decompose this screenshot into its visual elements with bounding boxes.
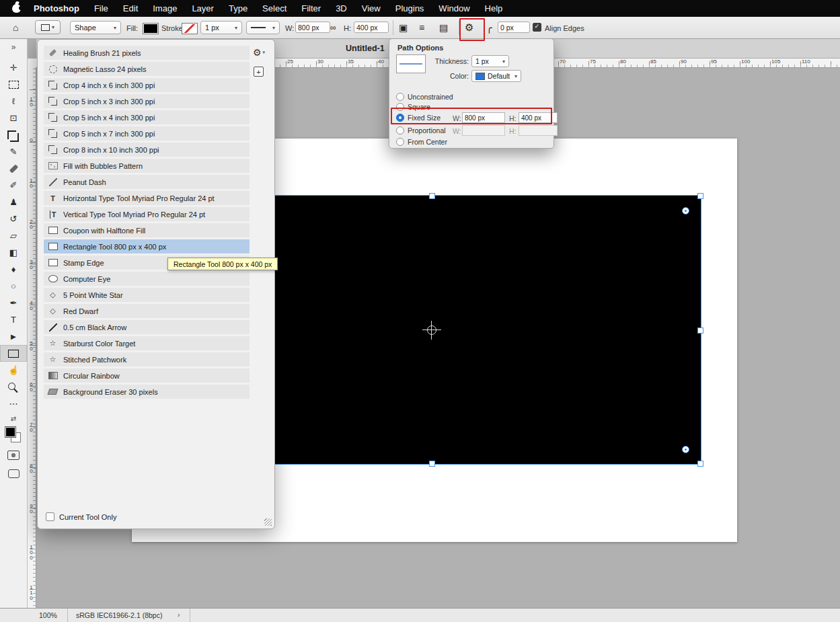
menu-item-type[interactable]: Type — [221, 3, 255, 13]
align-edges-checkbox[interactable] — [533, 23, 541, 32]
move-tool[interactable]: ✛ — [0, 59, 27, 76]
apple-icon[interactable] — [12, 4, 21, 13]
menu-item-image[interactable]: Image — [145, 3, 184, 13]
corner-radius-input[interactable] — [498, 22, 530, 33]
screen-mode[interactable] — [0, 465, 27, 482]
gradient-tool[interactable]: ◧ — [0, 244, 27, 261]
edit-toolbar[interactable]: ⋯ — [0, 395, 27, 412]
preset-row[interactable]: Crop 5 inch x 3 inch 300 ppi — [44, 94, 250, 108]
object-selection-tool[interactable]: ⊡ — [0, 110, 27, 126]
selection-handle[interactable] — [697, 327, 703, 334]
vruler[interactable]: 100102030405060708090100110 — [27, 67, 36, 608]
blur-tool[interactable]: ♦ — [0, 261, 27, 278]
corner-radius-widget[interactable] — [682, 446, 689, 453]
menu-item-help[interactable]: Help — [478, 3, 510, 13]
tool-mode-select[interactable]: Shape — [70, 21, 121, 34]
preset-row[interactable]: Crop 8 inch x 10 inch 300 ppi — [44, 143, 250, 157]
thickness-select[interactable]: 1 px — [471, 55, 509, 67]
dodge-tool[interactable]: ○ — [0, 278, 27, 295]
preset-row[interactable]: 0.5 cm Black Arrow — [44, 320, 250, 334]
eraser-tool[interactable]: ▱ — [0, 227, 27, 244]
lasso-tool[interactable]: ℓ — [0, 93, 27, 110]
radio-proportional[interactable]: Proportional W: H: — [396, 126, 549, 136]
preset-row[interactable]: 5 Point White Star — [44, 288, 250, 302]
stroke-width-select[interactable]: 1 px — [200, 21, 242, 34]
path-alignment-icon[interactable]: ≡ — [419, 22, 424, 34]
current-tool-only-checkbox[interactable] — [46, 512, 54, 521]
path-selection-tool[interactable]: ► — [0, 328, 27, 345]
height-input[interactable] — [354, 22, 389, 33]
menu-item-select[interactable]: Select — [255, 3, 294, 13]
menu-item-3d[interactable]: 3D — [328, 3, 354, 13]
rectangle-tool[interactable] — [0, 345, 27, 362]
preset-row[interactable]: Coupon with Halftone Fill — [44, 223, 250, 237]
fixed-height-input[interactable] — [519, 112, 558, 123]
document-tab[interactable]: Untitled-1 — [346, 44, 385, 53]
selection-handle[interactable] — [697, 461, 703, 467]
preset-row[interactable]: Stitched Patchwork — [44, 352, 250, 366]
color-swatches[interactable] — [0, 424, 27, 446]
history-brush-tool[interactable]: ↺ — [0, 210, 27, 227]
width-input[interactable] — [295, 22, 330, 33]
menu-item-window[interactable]: Window — [431, 3, 477, 13]
selection-handle[interactable] — [429, 193, 435, 199]
status-chevron-icon[interactable]: › — [178, 611, 180, 619]
menu-item-edit[interactable]: Edit — [116, 3, 145, 13]
preset-row[interactable]: Crop 5 inch x 4 inch 300 ppi — [44, 110, 250, 124]
panel-gear-icon[interactable]: ⚙ — [253, 47, 265, 58]
healing-brush-tool[interactable] — [0, 160, 27, 177]
selection-handle[interactable] — [697, 193, 703, 199]
preset-row[interactable]: Crop 4 inch x 6 inch 300 ppi — [44, 78, 250, 92]
preset-row[interactable]: Healing Brush 21 pixels — [44, 46, 250, 60]
link-dimensions-icon[interactable]: ∞ — [330, 22, 336, 34]
hand-tool[interactable]: ☝ — [0, 362, 27, 379]
preset-row[interactable]: Starburst Color Target — [44, 336, 250, 350]
prop-height-input[interactable] — [519, 125, 558, 136]
radio-unconstrained[interactable]: Unconstrained — [396, 93, 549, 102]
swap-colors[interactable]: ⇄ — [0, 412, 27, 424]
menu-item-layer[interactable]: Layer — [184, 3, 221, 13]
preset-row[interactable]: Rectangle Tool 800 px x 400 px — [44, 239, 250, 254]
zoom-tool[interactable] — [0, 379, 27, 395]
stroke-swatch[interactable] — [182, 23, 198, 34]
pen-tool[interactable]: ✒ — [0, 295, 27, 311]
gear-icon[interactable]: ⚙ — [465, 22, 473, 34]
preset-row[interactable]: Vertical Type Tool Myriad Pro Regular 24… — [44, 207, 250, 221]
menu-item-filter[interactable]: Filter — [294, 3, 328, 13]
path-arrangement-icon[interactable]: ▤ — [439, 22, 448, 34]
radio-from-center[interactable]: From Center — [396, 138, 549, 147]
brush-tool[interactable]: ✐ — [0, 177, 27, 194]
menu-item-plugins[interactable]: Plugins — [388, 3, 432, 13]
preset-row[interactable]: Horizontal Type Tool Myriad Pro Regular … — [44, 191, 250, 205]
prop-width-input[interactable] — [462, 125, 505, 136]
clone-stamp-tool[interactable]: ♟ — [0, 194, 27, 210]
path-operations-icon[interactable]: ▣ — [399, 22, 408, 34]
preset-row[interactable]: Circular Rainbow — [44, 368, 250, 383]
preset-row[interactable]: Crop 5 inch x 7 inch 300 ppi — [44, 126, 250, 141]
crop-tool[interactable] — [0, 126, 27, 143]
color-select[interactable]: Default — [471, 70, 521, 82]
zoom-level[interactable]: 100% — [39, 611, 57, 619]
menu-item-photoshop[interactable]: Photoshop — [26, 3, 87, 13]
quick-mask[interactable] — [0, 446, 27, 465]
stroke-style-select[interactable] — [246, 21, 280, 34]
preset-row[interactable]: Peanut Dash — [44, 175, 250, 189]
preset-row[interactable]: Fill with Bubbles Pattern — [44, 159, 250, 173]
fixed-width-input[interactable] — [462, 112, 505, 123]
resize-grip[interactable] — [264, 518, 272, 526]
preset-row[interactable]: Magnetic Lasso 24 pixels — [44, 62, 250, 76]
radio-fixed-size[interactable]: Fixed Size W: H: — [396, 114, 549, 123]
type-tool[interactable]: T — [0, 311, 27, 328]
home-icon[interactable]: ⌂ — [13, 22, 18, 34]
eyedropper-tool[interactable]: ✎ — [0, 143, 27, 160]
new-preset-button[interactable]: + — [254, 67, 264, 77]
preset-row[interactable]: Red Dwarf — [44, 304, 250, 318]
preset-row[interactable]: Background Eraser 30 pixels — [44, 385, 250, 399]
fill-swatch[interactable] — [143, 23, 159, 34]
menu-item-view[interactable]: View — [354, 3, 388, 13]
radio-square[interactable]: Square — [396, 103, 549, 112]
selection-handle[interactable] — [429, 461, 435, 467]
preset-row[interactable]: Computer Eye — [44, 272, 250, 286]
menu-item-file[interactable]: File — [87, 3, 116, 13]
marquee-tool[interactable] — [0, 76, 27, 93]
